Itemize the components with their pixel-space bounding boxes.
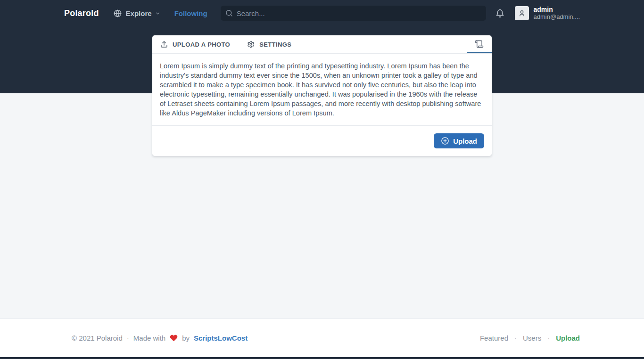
chevron-down-icon: [155, 11, 160, 16]
upload-button-label: Upload: [453, 137, 477, 145]
footer-row: © 2021 Polaroid · Made with by ScriptsLo…: [64, 334, 580, 342]
copyright-text: © 2021 Polaroid: [72, 334, 123, 342]
footer-separator: ·: [127, 334, 129, 342]
tab-upload-label: UPLOAD A PHOTO: [173, 41, 230, 48]
footer-separator: ·: [547, 334, 550, 342]
globe-icon: [114, 9, 122, 17]
main-area: UPLOAD A PHOTO SETTINGS Lorem Ipsum is s…: [0, 93, 644, 318]
bell-icon[interactable]: [495, 9, 504, 18]
upload-button[interactable]: Upload: [434, 133, 484, 148]
made-with-text: Made with: [133, 334, 165, 342]
site-footer: © 2021 Polaroid · Made with by ScriptsLo…: [0, 318, 644, 357]
brand-logo[interactable]: Polaroid: [64, 8, 99, 18]
footer-right: Featured · Users · Upload: [480, 334, 580, 342]
by-text: by: [182, 334, 190, 342]
footer-separator: ·: [514, 334, 517, 342]
bottom-dark-bar: [0, 357, 644, 359]
heart-icon: [170, 334, 178, 342]
search-box: [221, 6, 486, 21]
scroll-icon: [475, 40, 484, 49]
upload-icon: [160, 41, 168, 48]
gear-icon: [247, 41, 255, 48]
footer-link-users[interactable]: Users: [523, 334, 541, 342]
nav-explore-menu[interactable]: Explore: [114, 9, 160, 17]
navbar: Polaroid Explore Following: [64, 0, 580, 26]
user-email: admin@admin....: [534, 13, 580, 20]
upload-card: UPLOAD A PHOTO SETTINGS Lorem Ipsum is s…: [152, 35, 492, 156]
user-icon: [518, 9, 526, 17]
user-menu[interactable]: admin admin@admin....: [515, 6, 580, 20]
tab-upload-a-photo[interactable]: UPLOAD A PHOTO: [160, 35, 230, 53]
nav-following-link[interactable]: Following: [174, 9, 207, 17]
footer-left: © 2021 Polaroid · Made with by ScriptsLo…: [64, 334, 248, 342]
card-footer: Upload: [152, 125, 492, 156]
tab-settings-label: SETTINGS: [259, 41, 291, 48]
card-tab-bar: UPLOAD A PHOTO SETTINGS: [152, 35, 492, 54]
footer-link-featured[interactable]: Featured: [480, 334, 508, 342]
tab-settings[interactable]: SETTINGS: [247, 35, 291, 53]
search-input[interactable]: [237, 9, 481, 17]
user-info: admin admin@admin....: [534, 6, 580, 20]
search-icon: [225, 9, 233, 17]
card-body-text: Lorem Ipsum is simply dummy text of the …: [152, 54, 492, 125]
avatar: [515, 6, 529, 20]
tab-rules-active[interactable]: [467, 35, 492, 53]
credit-link[interactable]: ScriptsLowCost: [194, 334, 248, 342]
nav-explore-label: Explore: [126, 9, 152, 17]
page: Polaroid Explore Following: [0, 0, 644, 359]
plus-circle-icon: [441, 137, 449, 145]
user-name: admin: [534, 6, 580, 13]
footer-link-upload[interactable]: Upload: [556, 334, 580, 342]
